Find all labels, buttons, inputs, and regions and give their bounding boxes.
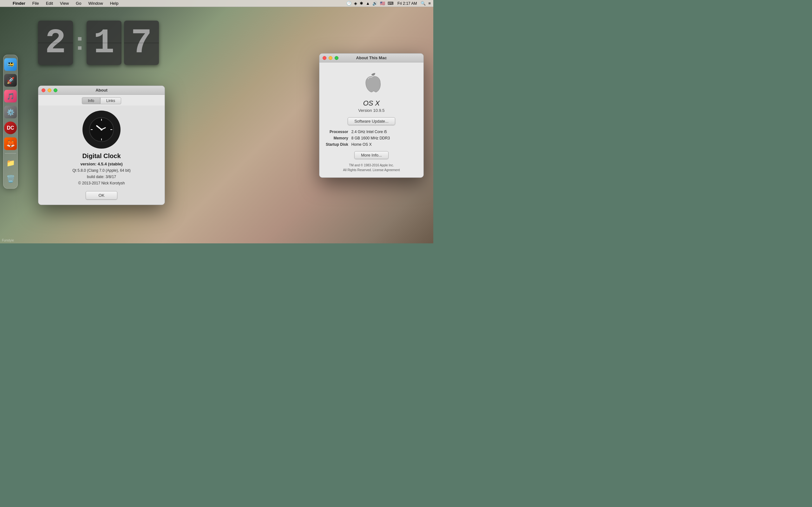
- tab-links[interactable]: Links: [100, 97, 121, 104]
- system-prefs-icon: ⚙️: [7, 108, 14, 116]
- menu-finder[interactable]: Finder: [11, 1, 27, 6]
- memory-label: Memory: [326, 136, 348, 140]
- menubar-right: 🕐 ◈ ✱ ▲ 🔊 🇺🇸 ⌨ Fri 2:17 AM 🔍 ≡: [346, 1, 431, 6]
- ok-button[interactable]: OK: [86, 191, 118, 200]
- mac-dialog-content: OS X Version 10.9.5 Software Update... P…: [319, 62, 423, 177]
- footer-line-2: All Rights Reserved. License Agreement: [343, 168, 400, 172]
- mac-dialog-titlebar: About This Mac: [319, 54, 423, 62]
- dock-item-itunes[interactable]: 🎵: [3, 89, 17, 103]
- documents-icon: 📁: [6, 159, 15, 167]
- clock-digit-1: 1: [87, 20, 121, 65]
- apple-svg: [362, 72, 381, 94]
- menubar-clock[interactable]: Fri 2:17 AM: [396, 1, 418, 6]
- clock-widget: 2 : 1 7: [38, 20, 159, 65]
- os-name: OS X: [363, 99, 380, 107]
- trash-icon: 🗑️: [6, 175, 15, 183]
- menu-help[interactable]: Help: [109, 1, 120, 6]
- volume-icon[interactable]: 🔊: [372, 1, 377, 6]
- software-update-button[interactable]: Software Update...: [348, 117, 395, 125]
- minimize-button[interactable]: [48, 89, 51, 92]
- dock-item-firefox[interactable]: 🦊: [3, 137, 17, 151]
- build-info: Qt 5.8.0 (Clang 7.0 (Apple), 64 bit): [72, 168, 131, 173]
- close-button[interactable]: [42, 89, 45, 92]
- about-dialog: About Info Links Digital Clock version: …: [38, 86, 165, 205]
- finder-icon: [6, 60, 15, 69]
- more-info-button[interactable]: More Info...: [354, 151, 389, 159]
- memory-value: 8 GB 1600 MHz DDR3: [351, 136, 417, 140]
- menu-edit[interactable]: Edit: [45, 1, 54, 6]
- processor-value: 2.4 GHz Intel Core i5: [351, 130, 417, 134]
- mac-close-button[interactable]: [322, 56, 326, 60]
- menubar: Finder File Edit View Go Window Help 🕐 ◈…: [0, 0, 433, 7]
- about-dialog-titlebar: About: [38, 86, 165, 95]
- app-version: version: 4.5.4 (stable): [81, 162, 123, 166]
- clock-digit-2: 7: [124, 20, 159, 65]
- mac-footer: TM and © 1983-2016 Apple Inc. All Rights…: [343, 163, 400, 172]
- dc-icon: DC: [7, 125, 14, 131]
- dock-item-launchpad[interactable]: 🚀: [3, 73, 17, 88]
- tab-info[interactable]: Info: [82, 97, 100, 104]
- dock: 🚀 🎵 ⚙️ DC 🦊 📁 🗑️: [3, 55, 18, 189]
- dropbox-icon[interactable]: ◈: [354, 1, 357, 6]
- menu-go[interactable]: Go: [74, 1, 83, 6]
- flag-icon[interactable]: 🇺🇸: [380, 1, 385, 6]
- watermark: Funstyie: [2, 239, 14, 242]
- processor-label: Processor: [326, 130, 348, 134]
- dock-item-dc[interactable]: DC: [3, 121, 17, 135]
- svg-point-4: [11, 62, 13, 64]
- search-icon[interactable]: 🔍: [420, 1, 426, 6]
- about-dialog-tabs: Info Links: [38, 95, 165, 106]
- dock-item-documents[interactable]: 📁: [3, 156, 17, 170]
- clock-menu-icon: 🕐: [346, 1, 351, 6]
- about-dialog-title: About: [96, 88, 107, 93]
- clock-digit-0: 2: [38, 20, 73, 65]
- about-dialog-content: Digital Clock version: 4.5.4 (stable) Qt…: [38, 106, 165, 205]
- mac-dialog-title: About This Mac: [356, 55, 387, 60]
- dock-item-trash[interactable]: 🗑️: [3, 172, 17, 186]
- startup-disk-label: Startup Disk: [326, 142, 348, 147]
- input-source-icon[interactable]: ⌨: [388, 1, 394, 6]
- footer-line-1: TM and © 1983-2016 Apple Inc.: [343, 163, 400, 168]
- menu-window[interactable]: Window: [87, 1, 104, 6]
- notification-icon[interactable]: ≡: [428, 1, 431, 6]
- footer-rights: All Rights Reserved. License Agreement: [343, 168, 400, 172]
- firefox-icon: 🦊: [6, 140, 15, 148]
- apple-logo-graphic: [359, 69, 384, 97]
- app-icon: [83, 111, 120, 149]
- svg-point-8: [101, 129, 102, 130]
- build-date: build date: 3/8/17: [87, 175, 116, 179]
- os-name-label: OS X: [363, 99, 380, 107]
- os-version: Version 10.9.5: [358, 108, 385, 113]
- maximize-button[interactable]: [54, 89, 57, 92]
- mac-maximize-button[interactable]: [335, 56, 339, 60]
- menu-file[interactable]: File: [31, 1, 40, 6]
- dock-separator: [5, 153, 16, 154]
- launchpad-icon: 🚀: [7, 77, 14, 84]
- startup-disk-value: Home OS X: [351, 142, 417, 147]
- dock-item-finder[interactable]: [3, 58, 17, 72]
- mac-specs: Processor 2.4 GHz Intel Core i5 Memory 8…: [326, 130, 417, 147]
- svg-point-3: [9, 62, 10, 64]
- menu-view[interactable]: View: [59, 1, 70, 6]
- mac-minimize-button[interactable]: [328, 56, 333, 60]
- itunes-icon: 🎵: [7, 93, 14, 100]
- menubar-left: Finder File Edit View Go Window Help: [3, 1, 119, 6]
- wifi-icon[interactable]: ▲: [366, 1, 370, 6]
- clock-separator: :: [75, 20, 84, 65]
- clock-svg: [89, 117, 114, 142]
- about-mac-dialog: About This Mac OS X Version 10.9.5 Softw…: [319, 53, 424, 178]
- copyright: © 2013-2017 Nick Korotysh: [78, 181, 125, 185]
- bluetooth-icon[interactable]: ✱: [360, 1, 363, 6]
- dock-item-system-prefs[interactable]: ⚙️: [3, 105, 17, 119]
- app-name: Digital Clock: [82, 153, 120, 160]
